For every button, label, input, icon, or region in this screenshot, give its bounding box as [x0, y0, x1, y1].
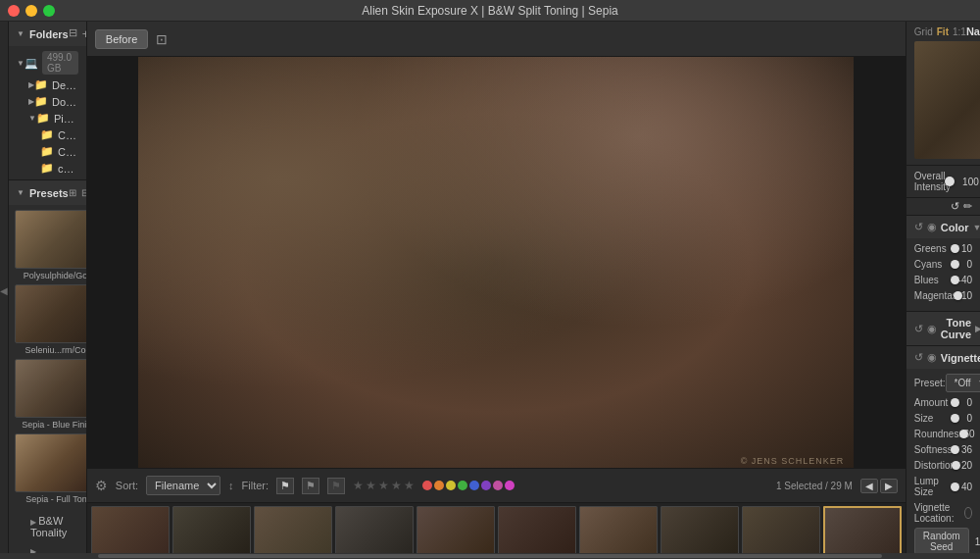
vignette-reset-icon[interactable]: ↺	[914, 351, 923, 364]
folder-item-etinysoft[interactable]: 📁 com.etinysoft.totalvideoplayer0...	[9, 160, 86, 177]
folder-item-macintosh[interactable]: ▼ 💻 Macintosh HD 499.0 GB	[9, 49, 86, 76]
color-red[interactable]	[422, 481, 432, 490]
sort-dropdown[interactable]: Filename	[146, 476, 220, 495]
left-collapse-handle[interactable]: ◀	[0, 22, 9, 559]
greens-label: Greens	[914, 243, 955, 254]
color-pink[interactable]	[493, 481, 503, 490]
lump-size-row: Lump Size 40	[914, 476, 972, 497]
folder-item-pictures[interactable]: ▼ 📁 Pictures	[9, 110, 86, 127]
tone-curve-reset-icon[interactable]: ↺	[914, 323, 923, 335]
folder-item-capto[interactable]: 📁 Capto	[9, 143, 86, 160]
cyans-row: Cyans 0	[914, 259, 972, 270]
edit-icon[interactable]: ✏	[963, 200, 972, 213]
folders-header[interactable]: ▼ Folders ⊟ +	[9, 22, 86, 46]
color-yellow[interactable]	[446, 481, 456, 490]
star-5[interactable]: ★	[404, 479, 415, 492]
cameraroll-label: Camera Roll	[58, 129, 78, 141]
folders-save-icon[interactable]: ⊟	[69, 26, 77, 41]
star-3[interactable]: ★	[378, 479, 389, 492]
filmstrip-thumb-7[interactable]	[579, 506, 658, 557]
color-toggle-icon[interactable]: ▼	[973, 223, 980, 232]
random-seed-button[interactable]: Random Seed	[914, 528, 969, 555]
filmstrip-thumb-8[interactable]	[661, 506, 739, 557]
tone-curve-visibility-icon[interactable]: ◉	[927, 323, 937, 335]
color-purple[interactable]	[481, 481, 491, 490]
settings-icon[interactable]: ⚙	[95, 478, 108, 493]
macintosh-icon: 💻	[24, 57, 38, 70]
filmstrip-thumb-5[interactable]	[416, 506, 495, 557]
filter-flag-dark-icon[interactable]: ⚑	[327, 478, 345, 494]
preset-item-sepia-fulltone[interactable]: Sepia - Full Tone	[15, 433, 86, 504]
filmstrip-thumb-6[interactable]	[498, 506, 576, 557]
navigator-title: Navigator	[966, 25, 980, 37]
pictures-label: Pictures	[54, 113, 78, 125]
compare-icon[interactable]: ⊡	[156, 31, 168, 47]
folders-title: Folders	[29, 28, 69, 40]
color-green[interactable]	[458, 481, 467, 490]
list-view-icon[interactable]: ⊟	[81, 187, 86, 198]
presets-triangle-icon: ▼	[17, 188, 24, 197]
preset-item-polysulphide[interactable]: Polysulphide/Gold	[15, 210, 86, 280]
macintosh-size: 499.0 GB	[42, 51, 78, 75]
image-watermark: © JENS SCHLENKER	[741, 456, 845, 466]
preset-list-bw-tonality[interactable]: B&W Tonality	[9, 512, 86, 541]
sort-direction-icon[interactable]: ↕	[228, 480, 234, 491]
filter-flag-gray-icon[interactable]: ⚑	[302, 478, 319, 494]
image-scrollbar[interactable]	[0, 553, 980, 559]
distortion-row: Distortion 20	[914, 460, 972, 471]
maximize-button[interactable]	[43, 5, 55, 17]
scroll-thumb[interactable]	[98, 554, 882, 558]
preset-item-sepia-blue[interactable]: Sepia - Blue Finish	[15, 359, 86, 430]
vignette-preset-select[interactable]: *Off	[946, 374, 980, 392]
fit-label[interactable]: Fit	[937, 26, 949, 37]
cyans-label: Cyans	[914, 259, 955, 270]
lump-size-knob[interactable]	[951, 483, 959, 491]
color-header[interactable]: ↺ ◉ Color ▼	[906, 216, 980, 238]
color-blue[interactable]	[469, 481, 479, 490]
filmstrip-thumb-10-active[interactable]	[823, 506, 902, 557]
filmstrip-thumb-4[interactable]	[335, 506, 414, 557]
navigator-controls: Grid Fit 1:1	[914, 26, 966, 37]
blues-label: Blues	[914, 275, 955, 285]
tone-curve-header[interactable]: ↺ ◉ Tone Curve ▶	[906, 312, 980, 345]
filmstrip-thumb-2[interactable]	[172, 506, 251, 557]
star-1[interactable]: ★	[353, 479, 364, 492]
reset-icon[interactable]: ↺	[951, 200, 959, 213]
grid-label[interactable]: Grid	[914, 26, 933, 37]
preset-thumb-polysulphide	[15, 210, 86, 269]
vignette-location-circle[interactable]	[964, 507, 972, 519]
grid-view-icon[interactable]: ⊞	[69, 187, 76, 198]
close-button[interactable]	[8, 5, 20, 17]
preset-item-selenium-cool[interactable]: Seleniu...rm/Cool	[15, 284, 86, 355]
folder-item-desktop[interactable]: ▶ 📁 Desktop	[9, 76, 86, 93]
filmstrip-thumb-1[interactable]	[91, 506, 170, 557]
tone-curve-toggle-icon[interactable]: ▶	[975, 324, 980, 333]
intensity-slider-thumb[interactable]	[945, 177, 955, 186]
filmstrip-next[interactable]: ▶	[880, 479, 898, 493]
folder-item-documents[interactable]: ▶ 📁 Documents	[9, 93, 86, 110]
vignette-visibility-icon[interactable]: ◉	[927, 351, 937, 364]
vignette-header[interactable]: ↺ ◉ Vignette ▼	[906, 346, 980, 369]
magentas-knob[interactable]	[954, 291, 962, 300]
color-magenta[interactable]	[505, 481, 514, 490]
app-title: Alien Skin Exposure X | B&W Split Toning…	[362, 4, 617, 18]
minimize-button[interactable]	[25, 5, 37, 17]
filmstrip-prev[interactable]: ◀	[860, 479, 878, 493]
color-orange[interactable]	[434, 481, 444, 490]
desktop-folder-icon: 📁	[34, 78, 48, 91]
filmstrip-thumb-9[interactable]	[742, 506, 820, 557]
ratio-label[interactable]: 1:1	[953, 26, 966, 37]
softness-row: Softness 36	[914, 444, 972, 455]
star-4[interactable]: ★	[391, 479, 402, 492]
filter-flag-white-icon[interactable]: ⚑	[276, 478, 294, 494]
collapse-arrow-icon: ◀	[0, 285, 8, 296]
color-visibility-icon[interactable]: ◉	[927, 221, 937, 233]
color-reset-icon[interactable]: ↺	[914, 221, 923, 233]
folder-item-cameraroll[interactable]: 📁 Camera Roll	[9, 127, 86, 143]
star-2[interactable]: ★	[366, 479, 376, 492]
pictures-folder-icon: 📁	[36, 112, 50, 125]
preset-thumb-selenium-cool	[15, 284, 86, 343]
presets-header[interactable]: ▼ Presets ⊞ ⊟ +	[9, 180, 86, 205]
before-button[interactable]: Before	[95, 29, 148, 49]
filmstrip-thumb-3[interactable]	[254, 506, 332, 557]
